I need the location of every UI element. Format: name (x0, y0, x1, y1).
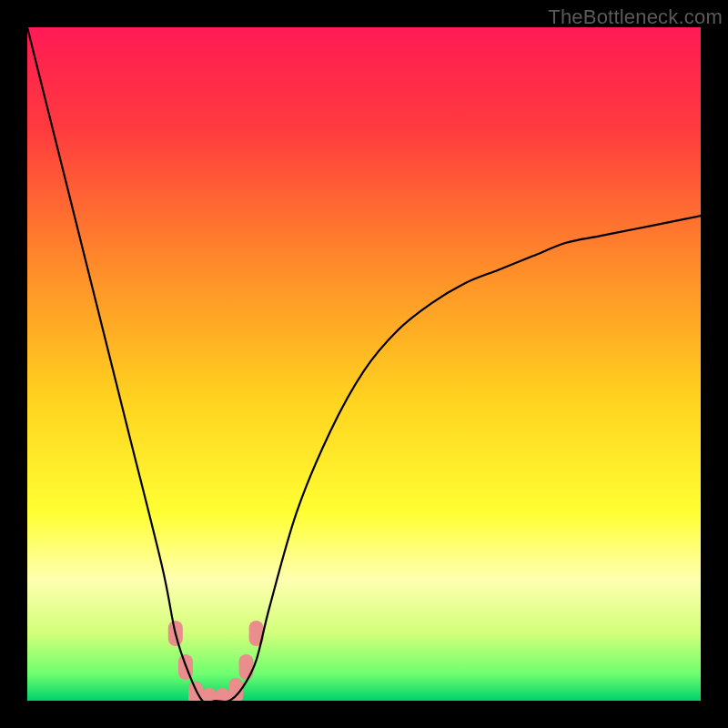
sweet-spot-marker (239, 654, 254, 680)
chart-frame (27, 27, 701, 701)
gradient-background (27, 27, 701, 701)
bottleneck-chart (27, 27, 701, 701)
watermark-text: TheBottleneck.com (548, 5, 723, 29)
